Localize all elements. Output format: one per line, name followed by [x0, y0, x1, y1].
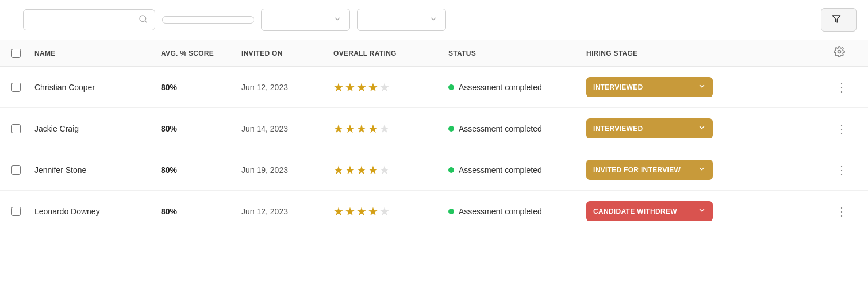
- star-4: ★: [368, 122, 378, 136]
- status-dot: [448, 209, 454, 214]
- search-input[interactable]: [30, 16, 134, 25]
- gear-icon-cell[interactable]: [834, 46, 857, 60]
- table-body: Christian Cooper 80% Jun 12, 2023 ★★★★★ …: [0, 67, 868, 232]
- hiring-stage-cell[interactable]: CANDIDATE WITHDREW: [586, 201, 834, 221]
- star-1: ★: [333, 122, 344, 136]
- star-1: ★: [333, 163, 344, 177]
- star-2: ★: [345, 205, 355, 218]
- star-3: ★: [356, 80, 367, 94]
- col-status: STATUS: [448, 49, 586, 57]
- row-checkbox-cell[interactable]: [11, 165, 34, 175]
- star-rating: ★★★★★: [333, 205, 448, 218]
- hiring-stage-label: INVITED FOR INTERVIEW: [593, 166, 681, 174]
- row-checkbox-cell[interactable]: [11, 124, 34, 133]
- invited-on: Jun 19, 2023: [241, 165, 333, 175]
- col-avg-score: AVG. % SCORE: [161, 49, 241, 57]
- status-dot: [448, 126, 454, 132]
- status-text: Assessment completed: [459, 165, 542, 175]
- more-options-button[interactable]: ⋮: [834, 78, 850, 97]
- status-text: Assessment completed: [459, 207, 542, 216]
- row-checkbox-3[interactable]: [11, 207, 21, 216]
- row-checkbox-cell[interactable]: [11, 207, 34, 216]
- more-options-cell[interactable]: ⋮: [834, 78, 857, 97]
- search-box[interactable]: [23, 9, 155, 30]
- overall-rating: ★★★★★: [333, 80, 448, 94]
- table-header: NAME AVG. % SCORE INVITED ON OVERALL RAT…: [0, 40, 868, 67]
- status-dot: [448, 84, 454, 90]
- hiring-stage-cell[interactable]: INVITED FOR INTERVIEW: [586, 160, 834, 180]
- invited-on: Jun 14, 2023: [241, 124, 333, 133]
- top-bar: [0, 0, 868, 40]
- hiring-stage-label: CANDIDATE WITHDREW: [593, 207, 677, 215]
- chevron-down-icon: [333, 15, 341, 25]
- avg-score: 80%: [161, 124, 241, 133]
- score-range-filter[interactable]: [162, 16, 254, 24]
- col-invited-on: INVITED ON: [241, 49, 333, 57]
- star-2: ★: [345, 163, 355, 177]
- hiring-stage-button[interactable]: INTERVIEWED: [586, 77, 713, 97]
- hiring-stage-button[interactable]: CANDIDATE WITHDREW: [586, 201, 713, 221]
- chevron-down-icon: [698, 206, 706, 216]
- more-filters-button[interactable]: [821, 8, 857, 32]
- status-cell: Assessment completed: [448, 83, 586, 92]
- star-4: ★: [368, 163, 378, 177]
- more-options-button[interactable]: ⋮: [834, 120, 850, 138]
- select-all-cell[interactable]: [11, 49, 34, 58]
- hiring-stage-cell[interactable]: INTERVIEWED: [586, 77, 834, 97]
- table-row: Leonardo Downey 80% Jun 12, 2023 ★★★★★ A…: [0, 191, 868, 232]
- chevron-down-icon: [429, 15, 437, 25]
- table-row: Jackie Craig 80% Jun 14, 2023 ★★★★★ Asse…: [0, 108, 868, 149]
- star-3: ★: [356, 205, 367, 218]
- col-overall-rating: OVERALL RATING: [333, 49, 448, 57]
- settings-icon[interactable]: [834, 47, 845, 60]
- more-options-cell[interactable]: ⋮: [834, 161, 857, 179]
- search-icon: [139, 14, 148, 25]
- star-5: ★: [379, 163, 390, 177]
- star-2: ★: [345, 122, 355, 136]
- star-4: ★: [368, 80, 378, 94]
- filter-icon: [832, 14, 841, 25]
- status-dot: [448, 167, 454, 173]
- overall-rating: ★★★★★: [333, 122, 448, 136]
- hiring-stage-cell[interactable]: INTERVIEWED: [586, 118, 834, 138]
- star-rating: ★★★★★: [333, 163, 448, 177]
- star-3: ★: [356, 163, 367, 177]
- more-options-button[interactable]: ⋮: [834, 161, 850, 179]
- star-rating: ★★★★★: [333, 122, 448, 136]
- col-hiring-stage: HIRING STAGE: [586, 49, 834, 57]
- hiring-stage-label: INTERVIEWED: [593, 125, 643, 133]
- stage-filter[interactable]: [261, 9, 350, 31]
- more-options-cell[interactable]: ⋮: [834, 202, 857, 221]
- status-text: Assessment completed: [459, 83, 542, 92]
- star-1: ★: [333, 205, 344, 218]
- star-2: ★: [345, 80, 355, 94]
- svg-line-1: [145, 21, 147, 22]
- status-cell: Assessment completed: [448, 124, 586, 133]
- invited-on: Jun 12, 2023: [241, 83, 333, 92]
- status-cell: Assessment completed: [448, 165, 586, 175]
- overall-rating: ★★★★★: [333, 163, 448, 177]
- star-4: ★: [368, 205, 378, 218]
- star-5: ★: [379, 80, 390, 94]
- table-row: Christian Cooper 80% Jun 12, 2023 ★★★★★ …: [0, 67, 868, 108]
- row-checkbox-cell[interactable]: [11, 83, 34, 92]
- status-filter[interactable]: [357, 9, 446, 31]
- col-name: NAME: [34, 49, 161, 57]
- more-options-button[interactable]: ⋮: [834, 202, 850, 221]
- hiring-stage-label: INTERVIEWED: [593, 83, 643, 91]
- svg-marker-2: [832, 16, 840, 22]
- hiring-stage-button[interactable]: INVITED FOR INTERVIEW: [586, 160, 713, 180]
- row-checkbox-2[interactable]: [11, 165, 21, 175]
- row-checkbox-0[interactable]: [11, 83, 21, 92]
- select-all-checkbox[interactable]: [11, 49, 21, 58]
- star-1: ★: [333, 80, 344, 94]
- star-rating: ★★★★★: [333, 80, 448, 94]
- table-row: Jennifer Stone 80% Jun 19, 2023 ★★★★★ As…: [0, 149, 868, 191]
- overall-rating: ★★★★★: [333, 205, 448, 218]
- row-checkbox-1[interactable]: [11, 124, 21, 133]
- star-5: ★: [379, 205, 390, 218]
- star-5: ★: [379, 122, 390, 136]
- hiring-stage-button[interactable]: INTERVIEWED: [586, 118, 713, 138]
- more-options-cell[interactable]: ⋮: [834, 120, 857, 138]
- avg-score: 80%: [161, 165, 241, 175]
